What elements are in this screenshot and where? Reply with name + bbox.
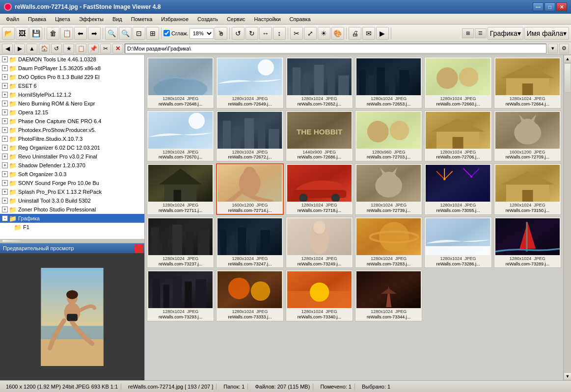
thumbnail-item[interactable]: 1280x1024 JPEG reWalls.com-72653.j...: [355, 57, 422, 108]
toolbar-slideshow[interactable]: ▶: [376, 27, 389, 40]
tree-item-revo[interactable]: + 📁 Revo Uninstaller Pro v3.0.2 Final: [0, 152, 144, 161]
scroll-up-btn[interactable]: ▲: [564, 55, 571, 63]
menu-service[interactable]: Сервис: [223, 15, 249, 23]
thumbnail-item[interactable]: 1280x1024 JPEG reWalls.com-72649.j...: [216, 57, 283, 108]
expand-icon[interactable]: +: [2, 83, 8, 89]
left-hscroll[interactable]: [0, 239, 144, 243]
tree-item-hornil[interactable]: + 📁 HornilStylePix1.12.1.2: [0, 90, 144, 99]
expand-icon[interactable]: +: [2, 154, 8, 159]
thumbnail-item[interactable]: 1280x960 JPEG reWalls.com-72703.j...: [355, 110, 422, 162]
expand-icon[interactable]: +: [2, 171, 8, 177]
tree-item-shadow[interactable]: + 📁 Shadow Defender 1.2.0.370: [0, 161, 144, 170]
toolbar-fit[interactable]: ⊡: [133, 27, 145, 40]
view-dropdown[interactable]: Графика▾: [488, 27, 523, 40]
toolbar-cursor[interactable]: 🖱: [215, 27, 227, 40]
tree-item-eset[interactable]: + 📁 ESET 6: [0, 81, 144, 90]
thumbnail-item[interactable]: 1280x1024 JPEG reWalls.com-73150.j...: [494, 163, 561, 215]
scroll-thumb[interactable]: [564, 63, 571, 93]
toolbar-rotate-r[interactable]: ↻: [245, 27, 258, 40]
thumbnail-item[interactable]: 1280x1024 JPEG reWalls.com-72706.j...: [424, 110, 491, 162]
tree-item-splash[interactable]: + 📁 Splash Pro_Pro EX 1.13.2 RePack: [0, 187, 144, 196]
nav-refresh[interactable]: ↺: [51, 44, 62, 53]
left-hscroll-thumb[interactable]: [2, 239, 22, 242]
thumbnail-item[interactable]: 1280x1024 JPEG reWalls.com-73344.j...: [355, 270, 422, 321]
tree-item-f1[interactable]: 📁 F1: [0, 223, 144, 232]
toolbar-smooth-checkbox[interactable]: Сглаж.: [163, 30, 189, 36]
toolbar-flip-h[interactable]: ↔: [259, 27, 272, 40]
toolbar-flip-v[interactable]: ↕: [273, 27, 286, 40]
path-settings-btn[interactable]: ⚙: [559, 44, 569, 53]
thumbnail-item[interactable]: 1280x1024 JPEG reWalls.com-72660.j...: [424, 57, 491, 108]
tree-item-dxo[interactable]: + 📁 DxO Optics Pro 8.1.3 Build 229 El: [0, 73, 144, 81]
tree-item-photofiltre[interactable]: + 📁 PhotoFiltre.Studio.X.10.7.3: [0, 134, 144, 143]
toolbar-delete[interactable]: 🗑: [47, 27, 59, 40]
menu-settings[interactable]: Настройки: [250, 15, 285, 23]
expand-icon[interactable]: -: [2, 215, 8, 221]
thumbnail-item[interactable]: 1280x1024 JPEG reWalls.com-72672.j...: [216, 110, 283, 162]
expand-icon[interactable]: +: [2, 162, 8, 168]
toolbar-rotate-l[interactable]: ↺: [232, 27, 245, 40]
nav-home[interactable]: 🏠: [39, 44, 50, 53]
thumbnail-item[interactable]: 1280x1024 JPEG reWalls.com-73283.j...: [355, 217, 422, 268]
toolbar-actual[interactable]: ⊞: [146, 27, 159, 40]
toolbar-copy[interactable]: 📋: [60, 27, 73, 40]
tree-item-phaseone[interactable]: + 📁 Phase One Capture ONE PRO 6.4: [0, 117, 144, 126]
menu-effects[interactable]: Эффекты: [75, 15, 108, 23]
tree-item-zoner[interactable]: + 📁 Zoner Photo Studio Professional: [0, 205, 144, 214]
thumbnail-item[interactable]: 1600x1200 JPEG reWalls.com-72714.j...: [216, 163, 283, 215]
minimize-button[interactable]: —: [533, 2, 544, 11]
thumbnail-item[interactable]: 1280x1024 JPEG reWalls.com-73249.j...: [286, 217, 353, 268]
expand-icon[interactable]: +: [2, 65, 8, 71]
toolbar-resize[interactable]: ⤢: [304, 27, 317, 40]
thumbnail-item[interactable]: 1280x1024 JPEG reWalls.com-73293.j...: [147, 270, 214, 321]
tree-item-sony[interactable]: + 📁 SONY Sound Forge Pro 10.0e Bu: [0, 179, 144, 187]
path-dropdown-btn[interactable]: ▾: [548, 44, 558, 53]
close-button[interactable]: ✕: [556, 2, 567, 11]
thumbnail-item[interactable]: 1280x1024 JPEG reWalls.com-73286.j...: [424, 217, 491, 268]
thumbnail-item[interactable]: 1280x1024 JPEG reWalls.com-72664.j...: [494, 57, 561, 108]
tree-item-daemon[interactable]: + 📁 DAEMON Tools Lite 4.46.1.0328: [0, 55, 144, 64]
toolbar-back[interactable]: ⬅: [74, 27, 87, 40]
zoom-select[interactable]: 18%: [190, 28, 214, 39]
menu-view[interactable]: Вид: [109, 15, 126, 23]
thumbnail-item[interactable]: 1280x1024 JPEG reWalls.com-73055.j...: [424, 163, 491, 215]
scroll-down-btn[interactable]: ▼: [564, 372, 571, 380]
toolbar-email[interactable]: ✉: [362, 27, 375, 40]
thumbnail-item[interactable]: 1280x1024 JPEG reWalls.com-73333.j...: [216, 270, 283, 321]
tree-item-uninstall[interactable]: + 📁 Uninstall Tool 3.3.0 Build 5302: [0, 196, 144, 205]
thumbnail-item[interactable]: THE HOBBIT 1440x900 JPEG reWalls.com-726…: [286, 110, 353, 162]
toolbar-browse[interactable]: 🖼: [16, 27, 28, 40]
thumbnail-item[interactable]: 1280x1024 JPEG reWalls.com-72652.j...: [286, 57, 353, 108]
toolbar-open[interactable]: 📂: [2, 27, 15, 40]
toolbar-brightness[interactable]: ☀: [318, 27, 330, 40]
thumbnail-item[interactable]: 1280x1024 JPEG reWalls.com-73247.j...: [216, 217, 283, 268]
menu-help[interactable]: Справка: [286, 15, 315, 23]
toolbar-color[interactable]: 🎨: [331, 27, 344, 40]
expand-icon[interactable]: +: [2, 101, 8, 106]
sort-dropdown[interactable]: Имя файла▾: [524, 27, 569, 40]
expand-icon[interactable]: +: [2, 136, 8, 142]
thumbnail-item[interactable]: 1280x1024 JPEG reWalls.com-72739.j...: [355, 163, 422, 215]
expand-icon[interactable]: +: [2, 56, 8, 62]
tree-item-nero[interactable]: + 📁 Nero Burning ROM & Nero Expr: [0, 99, 144, 108]
nav-paste[interactable]: 📌: [88, 44, 99, 53]
tree-item-daum[interactable]: + 📁 Daum PotPlayer 1.5.36205 x86-x8: [0, 64, 144, 73]
nav-cut[interactable]: ✂: [100, 44, 111, 53]
toolbar-zoomin[interactable]: 🔍: [105, 27, 118, 40]
expand-icon[interactable]: +: [2, 127, 8, 133]
thumbnail-item[interactable]: 1280x1024 JPEG reWalls.com-72718.j...: [286, 163, 353, 215]
toolbar-print[interactable]: 🖨: [349, 27, 361, 40]
expand-icon[interactable]: +: [2, 145, 8, 151]
right-scrollbar[interactable]: ▲ ▼: [563, 55, 571, 380]
expand-icon[interactable]: +: [2, 118, 8, 124]
menu-favorites[interactable]: Избранное: [157, 15, 192, 23]
view-type-list[interactable]: ☰: [475, 28, 487, 38]
nav-back[interactable]: ◀: [2, 44, 13, 53]
scroll-track[interactable]: [564, 63, 571, 372]
toolbar-crop[interactable]: ✂: [290, 27, 303, 40]
menu-colors[interactable]: Цвета: [51, 15, 74, 23]
menu-edit[interactable]: Правка: [24, 15, 50, 23]
toolbar-zoomout[interactable]: 🔍: [119, 27, 132, 40]
nav-copy-path[interactable]: 📋: [76, 44, 86, 53]
tree-item-soft[interactable]: + 📁 Soft Organizer 3.0.3: [0, 170, 144, 179]
